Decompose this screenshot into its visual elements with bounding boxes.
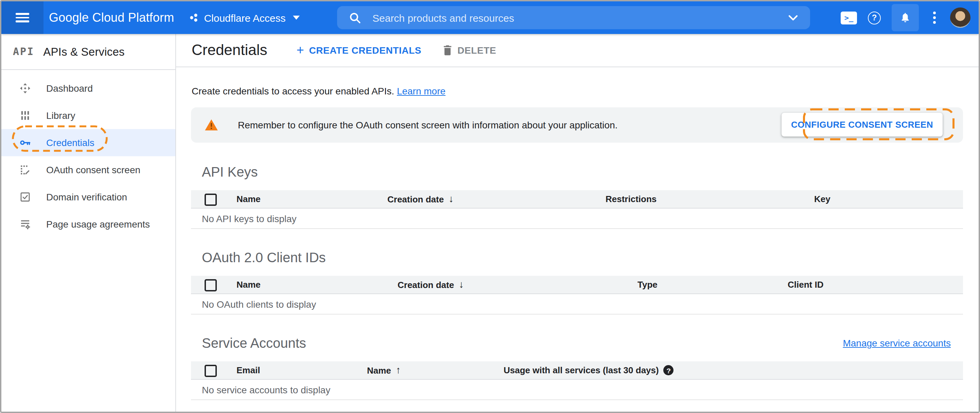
create-credentials-button[interactable]: + CREATE CREDENTIALS [297, 44, 422, 57]
section-title-api-keys: API Keys [202, 164, 258, 180]
app-header: Google Cloud Platform Cloudflare Access … [2, 2, 978, 34]
notifications-button[interactable] [892, 4, 919, 31]
empty-row: No OAuth clients to display [191, 294, 963, 315]
sidebar-item-label: Page usage agreements [46, 219, 150, 230]
key-icon [19, 137, 31, 149]
column-header-email[interactable]: Email [237, 365, 260, 375]
empty-row: No service accounts to display [191, 380, 963, 400]
search-input[interactable] [371, 11, 783, 24]
sidebar-item-page-usage-agreements[interactable]: Page usage agreements [2, 211, 175, 238]
service-accounts-table: Email Name ↑ Usage with all services (la… [191, 361, 963, 400]
api-product-logo: API [13, 46, 34, 58]
column-header-name[interactable]: Name [237, 194, 261, 204]
plus-icon: + [297, 43, 304, 56]
brand-title[interactable]: Google Cloud Platform [49, 11, 174, 25]
sidebar-item-label: Dashboard [46, 83, 93, 94]
project-selector[interactable]: Cloudflare Access [189, 12, 300, 24]
search-icon [349, 12, 361, 24]
cloud-shell-icon[interactable]: >_ [841, 11, 857, 24]
hamburger-icon [16, 13, 29, 22]
column-header-type[interactable]: Type [638, 280, 657, 290]
column-header-client-id[interactable]: Client ID [788, 280, 823, 290]
banner-message: Remember to configure the OAuth consent … [238, 119, 618, 130]
page-toolbar: Credentials + CREATE CREDENTIALS DELETE [176, 34, 978, 67]
table-header: Name Creation date ↓ Restrictions Key [191, 190, 963, 208]
sidebar-item-domain-verification[interactable]: Domain verification [2, 183, 175, 211]
sort-asc-icon: ↑ [396, 364, 401, 375]
sidebar-nav: Dashboard Library [2, 70, 175, 238]
sidebar-item-dashboard[interactable]: Dashboard [2, 75, 175, 102]
search-expand-chevron-icon[interactable] [788, 14, 798, 21]
configure-consent-screen-button[interactable]: CONFIGURE CONSENT SCREEN [781, 113, 943, 137]
sidebar-item-label: Credentials [46, 137, 94, 148]
usage-help-icon[interactable]: ? [663, 365, 674, 375]
column-header-creation-date[interactable]: Creation date ↓ [387, 194, 453, 205]
section-title-oauth-clients: OAuth 2.0 Client IDs [202, 250, 326, 265]
column-header-name[interactable]: Name [237, 280, 261, 290]
column-header-name[interactable]: Name ↑ [367, 365, 401, 376]
column-header-restrictions[interactable]: Restrictions [606, 194, 657, 204]
sidebar-item-library[interactable]: Library [2, 102, 175, 129]
sidebar-title: APIs & Services [43, 45, 125, 58]
main-content: Credentials + CREATE CREDENTIALS DELETE … [176, 34, 978, 411]
sidebar-item-label: Domain verification [46, 192, 127, 202]
page-title: Credentials [192, 41, 267, 59]
sidebar-item-label: Library [46, 110, 75, 121]
oauth-clients-table: Name Creation date ↓ Type Client ID No O… [191, 276, 963, 315]
column-header-key[interactable]: Key [814, 194, 830, 204]
table-header: Name Creation date ↓ Type Client ID [191, 276, 963, 294]
dashboard-icon [19, 82, 31, 94]
sidebar-item-credentials[interactable]: Credentials [2, 129, 175, 156]
project-hexagons-icon [189, 13, 199, 22]
column-header-creation-date[interactable]: Creation date ↓ [398, 279, 464, 290]
user-avatar[interactable] [950, 8, 970, 28]
checkbox-check-icon [19, 191, 31, 203]
table-header: Email Name ↑ Usage with all services (la… [191, 361, 963, 380]
project-name: Cloudflare Access [204, 12, 285, 24]
library-icon [19, 110, 31, 122]
bell-icon [899, 11, 912, 24]
delete-button[interactable]: DELETE [443, 45, 496, 56]
manage-service-accounts-link[interactable]: Manage service accounts [843, 338, 951, 348]
list-gear-icon [19, 218, 31, 230]
chevron-down-icon [293, 16, 300, 20]
sidebar-item-oauth-consent-screen[interactable]: OAuth consent screen [2, 156, 175, 183]
api-keys-table: Name Creation date ↓ Restrictions Key No… [191, 190, 963, 229]
sidebar-item-label: OAuth consent screen [46, 164, 140, 175]
select-all-checkbox[interactable] [205, 194, 217, 206]
section-title-service-accounts: Service Accounts [202, 335, 306, 351]
trash-icon [443, 45, 452, 56]
more-options-icon[interactable] [930, 11, 939, 24]
sidebar: API APIs & Services Dashboard [2, 34, 176, 411]
consent-screen-icon [19, 164, 31, 176]
sidebar-header: API APIs & Services [2, 34, 175, 70]
search-bar [337, 6, 810, 29]
gcp-console-window: Google Cloud Platform Cloudflare Access … [0, 0, 980, 413]
select-all-checkbox[interactable] [205, 365, 217, 377]
empty-row: No API keys to display [191, 208, 963, 229]
sort-desc-icon: ↓ [449, 193, 453, 204]
help-icon[interactable]: ? [868, 11, 881, 24]
header-actions: >_ ? [841, 2, 970, 34]
intro-text: Create credentials to access your enable… [192, 86, 445, 97]
learn-more-link[interactable]: Learn more [397, 86, 445, 97]
column-header-usage: Usage with all services (last 30 days) ? [504, 365, 674, 375]
warning-icon [205, 119, 218, 131]
consent-warning-banner: Remember to configure the OAuth consent … [191, 107, 963, 143]
select-all-checkbox[interactable] [205, 279, 217, 291]
sort-desc-icon: ↓ [459, 279, 464, 290]
main-menu-button[interactable] [2, 2, 43, 34]
